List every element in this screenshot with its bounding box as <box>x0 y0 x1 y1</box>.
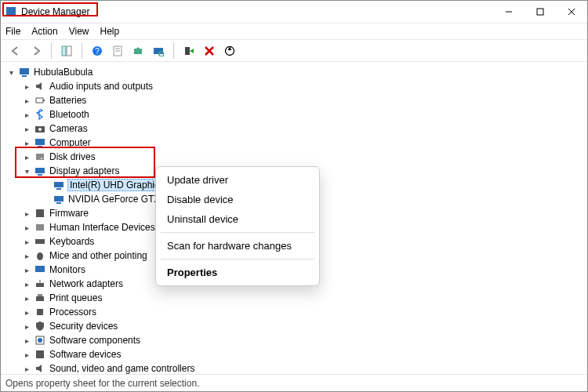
menu-help[interactable]: Help <box>100 26 120 37</box>
svg-point-25 <box>38 128 42 131</box>
chevron-right-icon[interactable]: ▸ <box>21 95 32 106</box>
tree-category[interactable]: ▸Disk drives <box>2 150 586 164</box>
computer-icon <box>34 136 46 149</box>
separator <box>161 232 314 233</box>
category-label: Keyboards <box>49 236 94 247</box>
category-label: Processors <box>49 307 96 318</box>
minimize-button[interactable] <box>493 1 524 23</box>
scan-hardware-toolbar-button[interactable] <box>150 42 167 60</box>
svg-rect-35 <box>56 202 61 204</box>
chevron-right-icon[interactable]: ▸ <box>21 109 32 120</box>
chevron-right-icon[interactable]: ▸ <box>21 321 32 332</box>
menu-action[interactable]: Action <box>31 26 57 37</box>
status-text: Opens property sheet for the current sel… <box>5 378 199 389</box>
security-icon <box>34 320 46 332</box>
chevron-right-icon[interactable]: ▸ <box>21 264 32 275</box>
tree-category[interactable]: ▸Batteries <box>2 93 586 107</box>
properties-button[interactable] <box>109 42 126 60</box>
chevron-right-icon[interactable]: ▸ <box>21 363 32 374</box>
svg-rect-37 <box>36 224 44 230</box>
menubar: File Action View Help <box>1 23 587 40</box>
chevron-right-icon[interactable]: ▸ <box>21 307 32 318</box>
enable-device-button[interactable] <box>180 42 198 60</box>
svg-text:?: ? <box>95 47 100 56</box>
close-button[interactable] <box>556 1 587 23</box>
tree-category[interactable]: ▸Software devices <box>2 347 586 361</box>
svg-rect-26 <box>35 139 45 145</box>
category-label: Batteries <box>49 95 86 106</box>
sound-icon <box>34 362 46 374</box>
update-driver-toolbar-button[interactable] <box>129 42 147 60</box>
tree-category[interactable]: ▸Processors <box>2 305 586 319</box>
svg-rect-43 <box>36 296 44 301</box>
chevron-right-icon[interactable]: ▸ <box>21 123 32 134</box>
maximize-button[interactable] <box>524 1 556 23</box>
chevron-right-icon[interactable]: ▸ <box>21 81 32 92</box>
svg-rect-44 <box>38 294 42 296</box>
menu-view[interactable]: View <box>69 26 89 37</box>
category-label: Computer <box>49 137 91 148</box>
svg-rect-41 <box>36 283 44 287</box>
separator <box>161 259 314 260</box>
software-components-icon <box>34 334 46 347</box>
context-menu: Update driver Disable device Uninstall d… <box>155 166 320 286</box>
tree-category[interactable]: ▸Sound, video and game controllers <box>2 361 586 374</box>
context-update-driver[interactable]: Update driver <box>156 170 319 190</box>
chevron-right-icon[interactable]: ▸ <box>21 208 32 219</box>
chevron-right-icon[interactable]: ▸ <box>21 250 32 261</box>
tree-category[interactable]: ▸Computer <box>2 136 586 150</box>
disk-icon <box>34 151 46 163</box>
chevron-right-icon[interactable]: ▸ <box>21 349 32 360</box>
hid-icon <box>34 221 46 234</box>
svg-rect-7 <box>67 46 71 56</box>
chevron-right-icon[interactable]: ▸ <box>21 222 32 233</box>
menu-file[interactable]: File <box>5 26 20 37</box>
forward-button[interactable] <box>27 42 45 60</box>
chevron-down-icon[interactable]: ▾ <box>21 165 32 176</box>
keyboard-icon <box>34 235 46 248</box>
camera-icon <box>34 122 46 135</box>
context-properties[interactable]: Properties <box>156 263 319 282</box>
processor-icon <box>34 306 46 318</box>
show-hide-tree-button[interactable] <box>58 42 75 60</box>
monitor-icon <box>34 263 46 276</box>
svg-rect-38 <box>35 239 45 244</box>
display-adapter-icon <box>34 165 46 177</box>
chevron-down-icon[interactable]: ▾ <box>5 67 16 78</box>
svg-rect-32 <box>54 182 64 187</box>
context-uninstall-device[interactable]: Uninstall device <box>156 209 319 229</box>
svg-rect-31 <box>38 174 42 176</box>
tree-category[interactable]: ▸Audio inputs and outputs <box>2 79 586 93</box>
chevron-right-icon[interactable]: ▸ <box>21 335 32 346</box>
chevron-right-icon[interactable]: ▸ <box>21 292 32 303</box>
separator <box>173 43 174 59</box>
help-button[interactable]: ? <box>89 42 106 60</box>
tree-category[interactable]: ▸Software components <box>2 333 586 347</box>
svg-point-39 <box>37 252 43 260</box>
context-disable-device[interactable]: Disable device <box>156 190 319 209</box>
tree-category[interactable]: ▸Print queues <box>2 291 586 305</box>
tree-root[interactable]: ▾ HubulaBubula <box>2 65 586 79</box>
category-label: Firmware <box>49 208 89 219</box>
tree-category[interactable]: ▸Security devices <box>2 319 586 333</box>
chevron-right-icon[interactable]: ▸ <box>21 151 32 162</box>
uninstall-device-button[interactable] <box>201 42 218 60</box>
computer-icon <box>18 66 31 78</box>
chevron-right-icon[interactable]: ▸ <box>21 236 32 247</box>
context-scan-hardware[interactable]: Scan for hardware changes <box>156 236 319 256</box>
mouse-icon <box>34 249 46 262</box>
audio-icon <box>34 80 46 93</box>
printer-icon <box>34 292 46 304</box>
firmware-icon <box>34 207 46 220</box>
svg-rect-16 <box>185 47 190 55</box>
tree-category[interactable]: ▸Bluetooth <box>2 107 586 122</box>
disable-device-button[interactable] <box>221 42 238 60</box>
category-label: Display adapters <box>49 165 119 176</box>
chevron-right-icon[interactable]: ▸ <box>21 137 32 148</box>
back-button[interactable] <box>7 42 24 60</box>
software-devices-icon <box>34 348 46 361</box>
titlebar: Device Manager <box>1 1 587 23</box>
status-bar: Opens property sheet for the current sel… <box>1 374 587 391</box>
chevron-right-icon[interactable]: ▸ <box>21 278 32 289</box>
tree-category[interactable]: ▸Cameras <box>2 122 586 136</box>
